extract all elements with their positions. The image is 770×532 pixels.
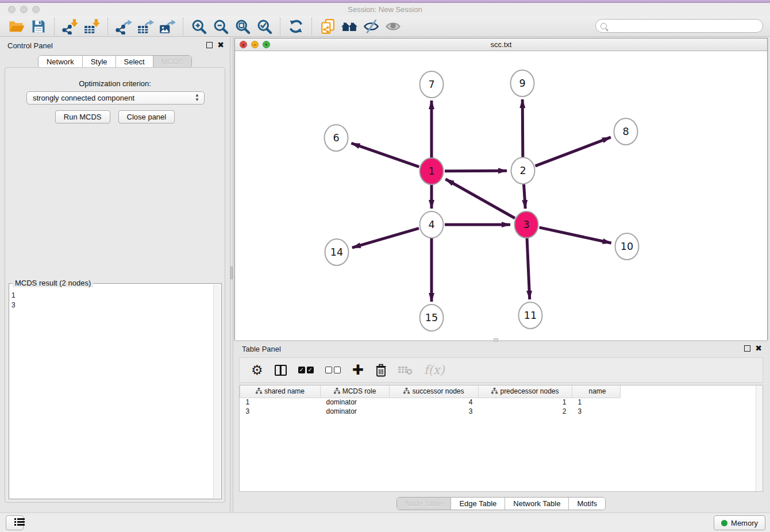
- tab-motifs[interactable]: Motifs: [569, 498, 605, 510]
- close-panel-icon[interactable]: ✖: [755, 345, 762, 352]
- edge-3-1[interactable]: [445, 179, 515, 218]
- cell-mcds_role[interactable]: dominator: [321, 398, 390, 407]
- table-panel-tabs: Node TableEdge TableNetwork TableMotifs: [234, 497, 768, 510]
- vertical-splitter[interactable]: [230, 37, 233, 512]
- task-history-list-icon[interactable]: [6, 515, 24, 530]
- hide-panels-eye-slash-icon[interactable]: [361, 18, 381, 35]
- graph-node-8[interactable]: 8: [614, 118, 638, 145]
- edge-3-10[interactable]: [539, 228, 611, 243]
- export-table-icon[interactable]: [136, 18, 155, 35]
- column-header-shared-name[interactable]: shared name: [240, 385, 321, 398]
- node-label: 6: [333, 132, 339, 144]
- tab-style[interactable]: Style: [83, 56, 116, 68]
- tab-select[interactable]: Select: [116, 56, 153, 68]
- graph-node-7[interactable]: 7: [420, 71, 444, 98]
- delete-table-icon[interactable]: [398, 365, 413, 375]
- criterion-dropdown[interactable]: strongly connected component ▲▼: [26, 91, 205, 105]
- edge-4-14[interactable]: [352, 228, 419, 248]
- graph-node-11[interactable]: 11: [519, 302, 542, 329]
- node-label: 8: [622, 126, 629, 137]
- close-panel-icon[interactable]: ✖: [217, 42, 224, 48]
- tab-edge-table[interactable]: Edge Table: [451, 498, 505, 510]
- show-panels-eye-icon[interactable]: [383, 18, 403, 35]
- cell-successor[interactable]: 4: [390, 398, 479, 407]
- result-scrollbar[interactable]: [213, 284, 221, 498]
- cell-name[interactable]: 1: [572, 398, 621, 407]
- export-network-icon[interactable]: [114, 18, 133, 35]
- zoom-out-icon[interactable]: [211, 18, 230, 35]
- tab-node-table[interactable]: Node Table: [397, 498, 452, 510]
- run-mcds-button[interactable]: Run MCDS: [55, 110, 110, 124]
- table-row[interactable]: 3dominator323: [240, 407, 621, 416]
- mcds-result-line: 3: [11, 300, 212, 310]
- graph-node-1[interactable]: 1: [420, 158, 444, 184]
- zoom-fit-icon[interactable]: [233, 18, 252, 35]
- network-window-titlebar[interactable]: x − + scc.txt: [235, 38, 767, 51]
- graph-node-4[interactable]: 4: [420, 211, 444, 238]
- memory-button[interactable]: Memory: [714, 515, 765, 530]
- graph-node-10[interactable]: 10: [615, 233, 639, 260]
- refresh-layout-icon[interactable]: [286, 18, 306, 35]
- show-columns-icon[interactable]: [275, 365, 287, 376]
- zoom-selected-icon[interactable]: [255, 18, 274, 35]
- table-row[interactable]: 1dominator411: [240, 398, 621, 407]
- control-panel-title: Control Panel: [0, 39, 230, 50]
- cell-predecessor[interactable]: 2: [479, 407, 572, 416]
- edge-3-11[interactable]: [527, 238, 530, 299]
- column-header-mcds-role[interactable]: MCDS role: [321, 385, 390, 398]
- deselect-all-columns-icon[interactable]: [325, 367, 341, 373]
- tab-network[interactable]: Network: [38, 56, 83, 68]
- network-maximize-button[interactable]: +: [263, 41, 270, 48]
- splitter-handle[interactable]: [230, 267, 233, 279]
- hierarchy-icon: [256, 388, 262, 394]
- node-label: 2: [519, 165, 526, 176]
- table-settings-gear-icon[interactable]: ⚙: [251, 363, 263, 377]
- mcds-result-line: 1: [11, 291, 212, 300]
- home-icon[interactable]: [340, 18, 359, 35]
- graph-node-3[interactable]: 3: [515, 211, 538, 238]
- function-builder-icon[interactable]: f(x): [424, 363, 445, 377]
- duplicate-network-icon[interactable]: [318, 18, 337, 35]
- criterion-dropdown-value: strongly connected component: [33, 94, 134, 102]
- column-header-name[interactable]: name: [572, 385, 621, 398]
- graph-node-14[interactable]: 14: [325, 239, 349, 265]
- delete-column-trash-icon[interactable]: [375, 364, 387, 377]
- select-all-columns-icon[interactable]: ✓✓: [298, 367, 314, 373]
- graph-node-6[interactable]: 6: [325, 125, 348, 151]
- tab-mcds[interactable]: MCDS: [153, 56, 191, 68]
- close-panel-button[interactable]: Close panel: [118, 110, 175, 124]
- edge-2-3[interactable]: [523, 184, 525, 209]
- add-column-icon[interactable]: ✚: [352, 364, 364, 376]
- column-header-successor-nodes[interactable]: successor nodes: [390, 385, 479, 398]
- network-minimize-button[interactable]: −: [251, 41, 259, 48]
- cell-mcds_role[interactable]: dominator: [321, 407, 390, 416]
- import-network-icon[interactable]: [60, 18, 80, 35]
- network-canvas[interactable]: 7968124314101511: [235, 51, 767, 340]
- edge-2-8[interactable]: [536, 137, 611, 166]
- graph-node-15[interactable]: 15: [420, 304, 444, 331]
- save-session-icon[interactable]: [29, 18, 48, 35]
- cell-shared_name[interactable]: 3: [240, 407, 321, 416]
- float-panel-icon[interactable]: [206, 42, 213, 48]
- canvas-splitter-handle[interactable]: [494, 338, 498, 342]
- open-session-icon[interactable]: [7, 18, 26, 35]
- cell-predecessor[interactable]: 1: [479, 398, 572, 407]
- graph-node-9[interactable]: 9: [511, 70, 534, 97]
- cell-name[interactable]: 3: [572, 407, 621, 416]
- graph-node-2[interactable]: 2: [511, 157, 535, 184]
- float-panel-icon[interactable]: [744, 345, 750, 352]
- cell-successor[interactable]: 3: [390, 407, 479, 416]
- import-table-icon[interactable]: [82, 18, 102, 35]
- cell-shared_name[interactable]: 1: [240, 398, 321, 407]
- zoom-in-icon[interactable]: [189, 18, 209, 35]
- edge-1-6[interactable]: [351, 143, 419, 167]
- edge-2-9[interactable]: [522, 99, 523, 157]
- edge-1-2[interactable]: [445, 171, 507, 171]
- network-close-button[interactable]: x: [240, 41, 247, 48]
- table-scrollbar[interactable]: [756, 385, 763, 491]
- network-graph[interactable]: 7968124314101511: [235, 51, 767, 340]
- export-image-icon[interactable]: [157, 18, 177, 35]
- tab-network-table[interactable]: Network Table: [505, 498, 569, 510]
- column-header-predecessor-nodes[interactable]: predecessor nodes: [479, 385, 572, 398]
- search-input[interactable]: [595, 19, 763, 33]
